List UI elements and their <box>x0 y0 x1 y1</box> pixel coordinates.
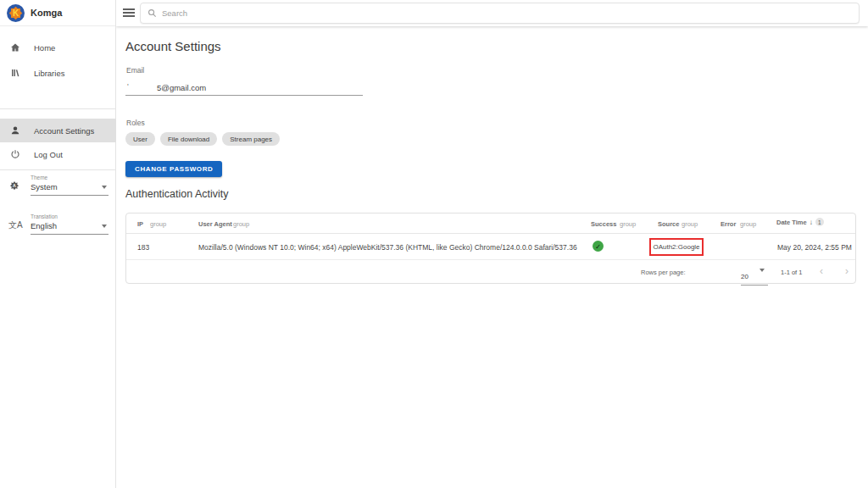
sidebar-item-label: Home <box>34 43 55 53</box>
cell-source: OAuth2:Google <box>653 243 699 251</box>
previous-page-icon[interactable]: ‹ <box>820 265 823 277</box>
rows-per-page-label: Rows per page: <box>641 269 686 276</box>
logo-row: K Komga <box>0 0 115 26</box>
chevron-down-icon <box>102 186 107 189</box>
roles-chips: User File download Stream pages <box>125 132 280 146</box>
sidebar-item-label: Account Settings <box>34 126 94 136</box>
divider <box>0 169 116 170</box>
roles-label: Roles <box>126 119 145 127</box>
email-value: 5@gmail.com <box>157 83 206 92</box>
role-chip-stream-pages: Stream pages <box>222 132 280 146</box>
column-header-source[interactable]: Source <box>658 220 679 228</box>
email-redacted-mark: ' <box>127 82 129 91</box>
chevron-down-icon <box>102 225 107 228</box>
sidebar-item-label: Log Out <box>34 150 63 159</box>
authentication-activity-table: IP group User Agent group Success group … <box>125 213 856 284</box>
group-by-source[interactable]: group <box>682 220 698 228</box>
app-title: Komga <box>31 8 62 18</box>
search-box[interactable] <box>140 3 860 24</box>
svg-text:A: A <box>13 183 16 188</box>
power-icon <box>10 149 34 159</box>
translation-select[interactable]: 文A Translation English <box>0 214 116 242</box>
group-by-ip[interactable]: group <box>150 220 166 228</box>
search-icon <box>147 8 157 18</box>
sort-order-badge: 1 <box>815 218 824 226</box>
column-header-user-agent[interactable]: User Agent <box>198 220 232 228</box>
page-title: Account Settings <box>125 39 221 53</box>
sidebar-item-log-out[interactable]: Log Out <box>0 142 116 166</box>
annotation-highlight-box: OAuth2:Google <box>649 238 704 256</box>
sort-desc-icon: ↓ <box>810 219 813 226</box>
activity-heading: Authentication Activity <box>125 188 229 200</box>
cell-date-time: May 20, 2024, 2:55 PM <box>777 243 852 252</box>
table-row: 183 Mozilla/5.0 (Windows NT 10.0; Win64;… <box>126 234 855 260</box>
table-header-row: IP group User Agent group Success group … <box>126 214 855 234</box>
group-by-error[interactable]: group <box>740 220 756 228</box>
sidebar-item-label: Libraries <box>34 69 64 78</box>
komga-logo-icon: K <box>7 4 25 22</box>
group-by-success[interactable]: group <box>620 220 636 228</box>
cell-user-agent: Mozilla/5.0 (Windows NT 10.0; Win64; x64… <box>198 243 577 252</box>
role-chip-user: User <box>125 132 155 146</box>
theme-brightness-auto-icon: A <box>8 180 20 192</box>
translate-icon: 文A <box>8 219 23 231</box>
role-chip-file-download: File download <box>160 132 217 146</box>
next-page-icon[interactable]: › <box>845 265 849 277</box>
pagination-range: 1-1 of 1 <box>781 269 802 276</box>
change-password-button[interactable]: CHANGE PASSWORD <box>125 161 222 177</box>
email-label: Email <box>126 66 144 75</box>
divider <box>0 108 116 109</box>
table-footer: Rows per page: 20 1-1 of 1 ‹ › <box>126 260 855 284</box>
column-header-date-time[interactable]: Date Time ↓ 1 <box>776 218 824 226</box>
translation-value: English <box>31 221 108 235</box>
email-field[interactable]: ' 5@gmail.com <box>125 80 363 96</box>
libraries-icon <box>10 68 34 78</box>
column-header-success[interactable]: Success <box>591 220 616 228</box>
theme-select[interactable]: A Theme System <box>0 175 116 203</box>
sidebar-item-home[interactable]: Home <box>0 36 116 59</box>
success-check-icon: ✓ <box>593 241 604 252</box>
account-icon <box>10 125 34 136</box>
cell-ip: 183 <box>137 243 149 252</box>
menu-hamburger-icon[interactable] <box>123 8 135 18</box>
komga-app: K Komga Home Libraries <box>0 0 868 488</box>
sidebar-item-libraries[interactable]: Libraries <box>0 61 116 85</box>
translation-label: Translation <box>31 214 108 219</box>
group-by-user-agent[interactable]: group <box>233 220 249 228</box>
column-header-ip[interactable]: IP <box>137 220 143 228</box>
chevron-down-icon <box>760 269 765 272</box>
column-header-error[interactable]: Error <box>721 220 736 228</box>
theme-label: Theme <box>31 175 108 180</box>
home-icon <box>10 42 34 53</box>
sidebar: K Komga Home Libraries <box>0 0 116 488</box>
sidebar-item-account-settings[interactable]: Account Settings <box>0 119 116 142</box>
theme-value: System <box>31 182 108 196</box>
rows-per-page-select[interactable]: 20 <box>741 267 768 286</box>
search-input[interactable] <box>162 8 823 18</box>
top-app-bar <box>116 0 868 26</box>
